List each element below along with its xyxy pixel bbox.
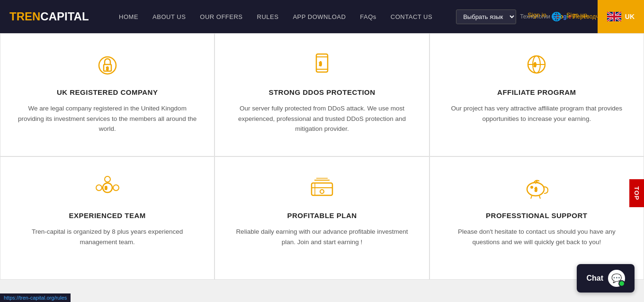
mobile-bitcoin-icon: ₿ xyxy=(308,48,336,81)
card-support: ₿ PROFESSTIONAL SUPPORT Please don't hes… xyxy=(429,156,644,280)
card-support-title: PROFESSTIONAL SUPPORT xyxy=(486,211,587,220)
nav-about[interactable]: ABOUT US xyxy=(152,13,186,20)
svg-text:₿: ₿ xyxy=(535,187,537,192)
svg-point-13 xyxy=(96,185,102,191)
globe-bitcoin-icon: ₿ xyxy=(522,48,551,81)
card-profitable-title: PROFITABLE PLAN xyxy=(287,211,357,220)
card-profitable: PROFITABLE PLAN Reliable daily earning w… xyxy=(215,156,429,280)
card-ddos-title: STRONG DDOS PROTECTION xyxy=(268,88,375,96)
card-profitable-desc: Reliable daily earning with our advance … xyxy=(229,227,414,247)
main-content: ₿ UK REGISTERED COMPANY We are legal com… xyxy=(0,33,644,280)
card-uk-registered-desc: We are legal company registered in the U… xyxy=(15,103,200,134)
card-affiliate-desc: Our project has very attractive affiliat… xyxy=(444,103,629,124)
svg-text:₿: ₿ xyxy=(105,186,107,190)
sign-in-link[interactable]: Sign in xyxy=(528,11,546,22)
nav-rules[interactable]: RULES xyxy=(257,13,279,20)
chat-label: Chat xyxy=(586,274,603,280)
card-experienced-title: EXPERIENCED TEAM xyxy=(69,211,146,220)
language-select[interactable]: Выбрать язык xyxy=(456,9,516,24)
top-button[interactable]: TOP xyxy=(629,179,644,208)
nav-offers[interactable]: OUR OFFERS xyxy=(200,13,242,20)
nav-faqs[interactable]: FAQs xyxy=(360,13,376,20)
sign-up-link[interactable]: Sign up xyxy=(566,11,587,22)
nav-home[interactable]: HOME xyxy=(119,13,138,20)
card-experienced-desc: Tren-capital is organized by 8 plus year… xyxy=(15,227,200,247)
card-affiliate-title: AFFILIATE PROGRAM xyxy=(497,88,576,96)
chat-bubble-icon: 💬 xyxy=(608,270,625,280)
uk-flag-box[interactable]: UK xyxy=(598,0,644,33)
card-support-desc: Please don't hesitate to contact us shou… xyxy=(444,227,629,247)
card-uk-registered: ₿ UK REGISTERED COMPANY We are legal com… xyxy=(0,33,215,156)
svg-text:₿: ₿ xyxy=(319,61,322,66)
card-experienced: ₿ EXPERIENCED TEAM Tren-capital is organ… xyxy=(0,156,215,280)
auth-links: Sign in 🌐 Sign up xyxy=(528,11,587,22)
nav-app[interactable]: APP DOWNLOAD xyxy=(293,13,346,20)
svg-point-15 xyxy=(105,176,110,182)
feature-row-1: ₿ UK REGISTERED COMPANY We are legal com… xyxy=(0,33,644,156)
svg-point-23 xyxy=(320,190,324,193)
card-cash-icon xyxy=(308,171,336,204)
logo-tren: TREN xyxy=(9,10,40,23)
card-uk-registered-title: UK REGISTERED COMPANY xyxy=(57,88,158,96)
svg-text:₿: ₿ xyxy=(534,62,537,67)
lock-bitcoin-icon: ₿ xyxy=(93,48,122,81)
card-affiliate: ₿ AFFILIATE PROGRAM Our project has very… xyxy=(429,33,644,156)
svg-point-12 xyxy=(103,183,112,192)
logo-capital: CAPITAL xyxy=(40,10,89,23)
svg-point-25 xyxy=(531,186,533,188)
nav-contact[interactable]: CONTACT US xyxy=(391,13,432,20)
logo[interactable]: TRENCAPITAL xyxy=(9,10,89,23)
uk-label: UK xyxy=(625,13,635,20)
feature-row-2: ₿ EXPERIENCED TEAM Tren-capital is organ… xyxy=(0,156,644,280)
uk-flag-icon xyxy=(607,12,621,21)
svg-point-14 xyxy=(113,185,119,191)
header: TRENCAPITAL HOME ABOUT US OUR OFFERS RUL… xyxy=(0,0,644,33)
svg-text:₿: ₿ xyxy=(106,66,108,71)
bitcoin-network-icon: ₿ xyxy=(93,171,122,204)
piggy-bank-icon: ₿ xyxy=(522,171,551,204)
card-ddos: ₿ STRONG DDOS PROTECTION Our server full… xyxy=(215,33,429,156)
card-ddos-desc: Our server fully protected from DDoS att… xyxy=(229,103,414,134)
chat-widget[interactable]: Chat 💬 xyxy=(577,264,635,280)
